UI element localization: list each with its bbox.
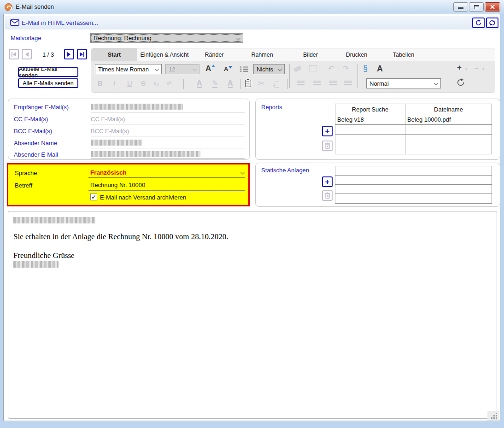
dateiname-cell[interactable]: [405, 144, 492, 154]
close-button[interactable]: [485, 2, 500, 12]
trash-icon: [324, 142, 331, 149]
anlage-row[interactable]: [335, 185, 492, 194]
report-suche-cell[interactable]: [335, 135, 405, 144]
reports-table-header: Report Suche Dateiname: [335, 104, 492, 115]
decrease-font-size-button[interactable]: A: [224, 66, 232, 72]
ribbon-tabs: Start Einfügen & Ansicht Ränder Rahmen B…: [91, 48, 495, 61]
archive-checkbox[interactable]: ✓: [90, 193, 97, 200]
first-record-button[interactable]: [9, 49, 19, 59]
envelope-icon: [10, 19, 19, 26]
dateiname-cell[interactable]: [405, 135, 492, 144]
trash-icon: [324, 192, 331, 199]
chevron-down-icon: [278, 67, 282, 71]
archive-checkbox-label: E-Mail nach Versand archivieren: [100, 194, 186, 201]
mailvorlage-select[interactable]: Rechnung: Rechnung: [90, 33, 243, 43]
absender-email-redacted[interactable]: [91, 151, 200, 157]
sync-button[interactable]: [486, 18, 498, 28]
titlebar[interactable]: E-Mail senden: [0, 0, 504, 14]
align-right-icon: [329, 81, 337, 86]
tab-drucken[interactable]: Drucken: [334, 48, 380, 61]
anlage-row[interactable]: [335, 194, 492, 203]
bcc-input[interactable]: BCC E-Mail(s): [91, 128, 129, 135]
tab-bilder[interactable]: Bilder: [287, 48, 334, 61]
input-underline: [91, 112, 245, 112]
decrease-icon: [229, 66, 232, 69]
email-body-editor[interactable]: Sie erhalten in der Anlage die Rechnung …: [8, 211, 497, 419]
redo-button: ↷: [343, 65, 349, 72]
next-record-button[interactable]: [64, 49, 74, 59]
column-report-suche[interactable]: Report Suche: [335, 104, 405, 115]
minimize-button[interactable]: [453, 2, 468, 12]
chevron-down-icon: [155, 67, 159, 71]
separator: [183, 79, 184, 89]
tab-rahmen[interactable]: Rahmen: [237, 48, 287, 61]
report-suche-cell[interactable]: [335, 125, 405, 134]
ribbon-body: Times New Roman 12 A A Nichts: [91, 61, 495, 92]
input-underline: [91, 158, 245, 159]
paragraph-mark-button[interactable]: §: [363, 64, 368, 72]
add-anlage-button[interactable]: +: [322, 176, 333, 187]
tab-einfuegen-ansicht[interactable]: Einfügen & Ansicht: [137, 48, 192, 61]
report-row[interactable]: Beleg v18 Beleg 10000.pdf: [335, 115, 492, 125]
refresh-icon: [475, 19, 482, 26]
send-all-emails-button[interactable]: Alle E-Mails senden: [18, 78, 78, 88]
report-row[interactable]: [335, 144, 492, 154]
paragraph-style-select[interactable]: Normal: [366, 78, 441, 88]
app-icon: [5, 3, 12, 11]
reports-table: Report Suche Dateiname Beleg v18 Beleg 1…: [335, 104, 492, 154]
font-color-button: A: [228, 80, 233, 87]
list-style-icon[interactable]: [240, 66, 248, 72]
cc-input[interactable]: CC E-Mail(s): [91, 116, 125, 123]
increase-font-size-button[interactable]: A: [205, 64, 215, 72]
format-font-button[interactable]: A: [377, 64, 383, 73]
input-underline: [88, 190, 245, 191]
send-current-email-button[interactable]: Aktuelle E-Mail senden: [18, 67, 78, 77]
cc-label: CC E-Mail(s): [14, 116, 48, 123]
select-underline: [88, 177, 245, 178]
previous-record-button[interactable]: [22, 49, 32, 59]
absender-name-redacted[interactable]: [91, 140, 142, 146]
previous-record-icon: [24, 52, 29, 57]
minimize-icon: [458, 7, 463, 9]
copy-icon: [273, 80, 277, 86]
list-style-select[interactable]: Nichts: [253, 64, 285, 74]
empfaenger-value-redacted[interactable]: [91, 104, 183, 110]
tab-tabellen[interactable]: Tabellen: [380, 48, 428, 61]
dateiname-cell[interactable]: Beleg 10000.pdf: [405, 115, 492, 124]
undo-button: ↶: [328, 65, 334, 72]
resize-grip[interactable]: [487, 411, 499, 421]
sprache-select[interactable]: Französisch: [88, 167, 245, 178]
separator: [240, 79, 241, 89]
report-suche-cell[interactable]: Beleg v18: [335, 115, 405, 124]
column-dateiname[interactable]: Dateiname: [405, 104, 492, 115]
report-row[interactable]: [335, 135, 492, 144]
anlage-row[interactable]: [335, 176, 492, 185]
reports-group: Reports + Report Suche Dateiname Beleg v…: [255, 99, 500, 160]
add-report-button[interactable]: +: [322, 126, 333, 136]
dateiname-cell[interactable]: [405, 125, 492, 134]
anlagen-group: Statische Anlagen +: [255, 163, 500, 207]
reload-template-button[interactable]: [472, 18, 485, 28]
last-record-button[interactable]: [77, 49, 87, 59]
report-row[interactable]: [335, 125, 492, 135]
tab-raender[interactable]: Ränder: [192, 48, 237, 61]
report-suche-cell[interactable]: [335, 144, 405, 154]
bcc-label: BCC E-Mail(s): [14, 128, 52, 135]
paste-icon[interactable]: [245, 80, 251, 87]
tab-start[interactable]: Start: [91, 48, 137, 61]
delete-report-button: [322, 141, 333, 151]
font-family-select[interactable]: Times New Roman: [95, 64, 162, 74]
invoice-line: Sie erhalten in der Anlage die Rechnung …: [13, 232, 228, 241]
separator: [237, 64, 237, 75]
remove-style-arrow-icon: ▾: [482, 67, 485, 71]
anlage-row[interactable]: [335, 166, 492, 176]
add-style-button[interactable]: +: [457, 64, 462, 71]
absender-email-label: Absender E-Mail: [14, 151, 58, 158]
refresh-styles-icon[interactable]: [456, 78, 465, 87]
absender-name-label: Absender Name: [14, 140, 57, 147]
editor-ribbon: Start Einfügen & Ansicht Ränder Rahmen B…: [91, 48, 495, 93]
betreff-input[interactable]: Rechnung Nr. 10000: [90, 182, 145, 188]
cut-button: ✂: [258, 80, 264, 88]
email-send-window: E-Mail senden E-Mail in HTML verfassen..…: [0, 0, 504, 428]
maximize-button[interactable]: [469, 2, 484, 12]
